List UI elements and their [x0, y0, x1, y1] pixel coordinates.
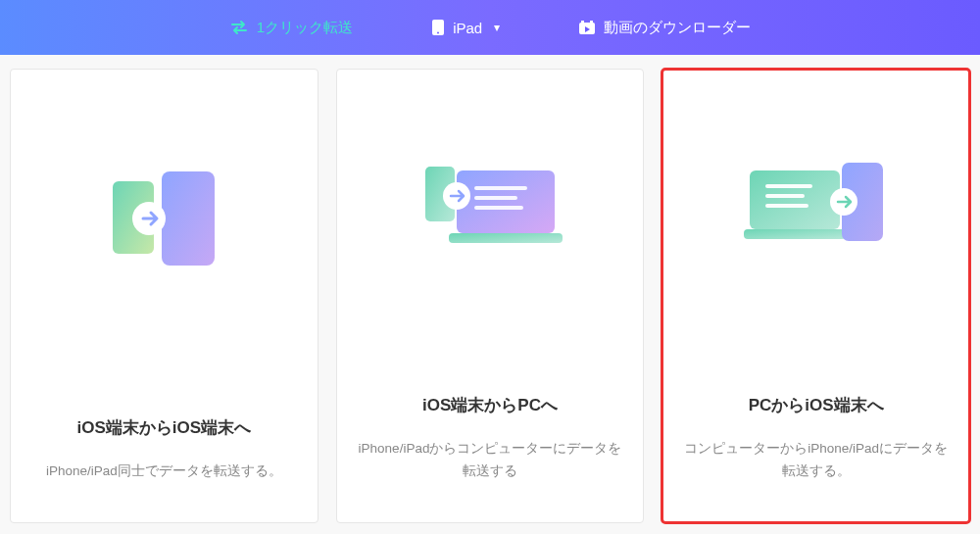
tab-one-click-transfer[interactable]: 1クリック転送 [220, 13, 363, 43]
card-ios-to-pc[interactable]: iOS端末からPCへ iPhone/iPadからコンピューターにデータを転送する [336, 69, 645, 523]
svg-rect-19 [765, 204, 808, 208]
illus-ios-to-ios [28, 50, 300, 387]
svg-rect-17 [765, 184, 812, 188]
svg-rect-18 [765, 194, 805, 198]
tab-video-downloader[interactable]: 動画のダウンローダー [568, 13, 760, 43]
svg-rect-3 [581, 21, 584, 24]
tab-label: iPad [453, 20, 482, 36]
card-desc: iPhone/iPadからコンピューターにデータを転送する [355, 438, 626, 483]
svg-rect-16 [744, 229, 846, 239]
chevron-down-icon: ▾ [494, 21, 500, 34]
svg-point-1 [437, 32, 439, 34]
illus-pc-to-ios [680, 50, 952, 364]
tab-label: 1クリック転送 [257, 19, 353, 37]
card-title: iOS端末からiOS端末へ [77, 416, 252, 439]
illus-ios-to-pc [355, 50, 626, 364]
card-title: PCからiOS端末へ [749, 394, 884, 416]
svg-rect-11 [474, 196, 517, 200]
svg-rect-6 [162, 171, 215, 266]
transfer-icon [229, 20, 249, 35]
card-ios-to-ios[interactable]: iOS端末からiOS端末へ iPhone/iPad同士でデータを転送する。 [10, 69, 318, 523]
header-nav: 1クリック転送 iPad ▾ 動画のダウンローダー [0, 0, 980, 55]
svg-rect-12 [474, 206, 523, 210]
svg-rect-10 [474, 186, 527, 190]
card-title: iOS端末からPCへ [422, 394, 558, 416]
cards-container: iOS端末からiOS端末へ iPhone/iPad同士でデータを転送する。 [0, 55, 980, 533]
tab-ipad[interactable]: iPad ▾ [421, 13, 510, 42]
svg-rect-15 [750, 170, 840, 229]
video-icon [578, 20, 596, 35]
card-desc: iPhone/iPad同士でデータを転送する。 [46, 461, 282, 483]
device-icon [431, 19, 445, 36]
svg-rect-8 [457, 170, 555, 233]
svg-rect-9 [449, 233, 563, 243]
tab-label: 動画のダウンローダー [604, 19, 751, 37]
card-pc-to-ios[interactable]: PCからiOS端末へ コンピューターからiPhone/iPadにデータを転送する… [662, 69, 970, 523]
svg-rect-4 [590, 21, 593, 24]
card-desc: コンピューターからiPhone/iPadにデータを転送する。 [680, 438, 952, 483]
